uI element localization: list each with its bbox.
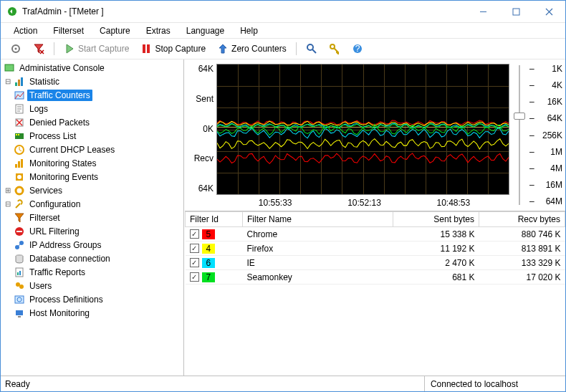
col-recv[interactable]: Recv bytes [479,212,565,227]
menu-action[interactable]: Action [6,24,44,37]
tree-item-icon [14,307,25,319]
scale-tick: –4M [529,163,562,173]
scale-tick: –64K [529,113,562,123]
col-filter-id[interactable]: Filter Id [186,212,243,227]
tree-item[interactable]: URL Filtering [2,224,182,238]
table-header-row[interactable]: Filter Id Filter Name Sent bytes Recv by… [186,212,565,227]
tree-item[interactable]: Traffic Reports [2,265,182,279]
expand-icon[interactable]: ⊞ [4,186,12,195]
settings-button[interactable] [5,40,27,57]
resize-grip-icon[interactable] [554,376,565,391]
nav-tree[interactable]: Administative Console ⊟ Statistic Traffi… [1,59,184,376]
svg-rect-11 [5,64,14,71]
table-row[interactable]: ✓ 5 Chrome 15 338 K 880 746 K [186,227,565,242]
svg-rect-41 [18,316,21,317]
toolbar: Start Capture Stop Capture Zero Counters… [1,38,565,59]
start-capture-button[interactable]: Start Capture [59,40,134,57]
help-button[interactable]: ? [347,40,368,57]
tree-item[interactable]: Database connection [2,252,182,265]
tree-item[interactable]: Monitoring States [2,156,182,170]
tree-item[interactable]: Process Definitions [2,292,182,306]
close-button[interactable] [532,1,565,22]
chart-label-mid: 0K [203,124,214,134]
tree-statistic[interactable]: ⊟ Statistic [2,75,182,88]
filterset-delete-button[interactable] [28,40,49,57]
tree-item[interactable]: Monitoring Events [2,170,182,183]
scale-tick: –1K [529,64,562,74]
status-left: Ready [1,379,424,389]
statusbar: Ready Connected to localhost [1,376,565,391]
tree-item[interactable]: Current DHCP Leases [2,143,182,156]
svg-rect-1 [480,11,486,12]
row-checkbox[interactable]: ✓ [190,229,199,239]
zero-counters-button[interactable]: Zero Counters [212,40,292,57]
menu-capture[interactable]: Capture [92,24,138,37]
window-controls [466,1,565,22]
tree-item[interactable]: Logs [2,102,182,115]
chart-label-top: 64K [198,64,214,74]
maximize-button[interactable] [499,1,532,22]
tree-item[interactable]: Denied Packets [2,115,182,129]
svg-rect-13 [18,80,20,86]
tree-item[interactable]: Process List [2,129,182,143]
chart-plot: 10:55:33 10:52:13 10:48:53 [216,59,512,211]
svg-rect-23 [18,161,20,168]
row-checkbox[interactable]: ✓ [190,244,199,253]
collapse-icon[interactable]: ⊟ [4,77,12,86]
svg-rect-29 [16,231,22,232]
menu-help[interactable]: Help [233,24,265,37]
menu-extras[interactable]: Extras [139,24,178,37]
chart-time-axis: 10:55:33 10:52:13 10:48:53 [216,195,512,211]
tree-item[interactable]: Traffic Counters [2,88,182,102]
chart-canvas[interactable] [216,64,509,195]
tree-item-icon [14,239,25,251]
minimize-button[interactable] [466,1,499,22]
svg-rect-14 [21,77,23,86]
menu-filterset[interactable]: Filterset [46,24,91,37]
tree-item[interactable]: Users [2,279,182,292]
tree-item-label: Process List [27,130,78,142]
tree-item-label: Users [27,280,54,292]
chart-label-bot: 64K [198,183,214,193]
window-title: TrafAdmin - [TMeter ] [22,6,466,16]
svg-rect-6 [147,44,150,53]
stop-capture-button[interactable]: Stop Capture [135,40,211,57]
find-button[interactable] [301,40,322,57]
table-row[interactable]: ✓ 4 Firefox 11 192 K 813 891 K [186,242,565,256]
scale-slider[interactable] [512,59,527,211]
filters-table[interactable]: Filter Id Filter Name Sent bytes Recv by… [185,211,565,285]
filter-color-swatch: 5 [202,229,216,239]
svg-rect-5 [143,44,145,53]
row-checkbox[interactable]: ✓ [190,272,199,282]
svg-rect-24 [21,159,23,168]
row-checkbox[interactable]: ✓ [190,258,199,267]
collapse-icon[interactable]: ⊟ [4,200,12,209]
tree-configuration[interactable]: ⊟ Configuration [2,197,182,211]
svg-point-37 [19,285,24,289]
svg-point-7 [307,44,313,50]
col-sent[interactable]: Sent bytes [393,212,479,227]
tree-root[interactable]: Administative Console [2,61,182,75]
tree-item-label: Logs [27,103,50,115]
tree-item[interactable]: Filterset [2,211,182,224]
tree-item-label: Current DHCP Leases [27,144,117,156]
tree-item[interactable]: IP Address Groups [2,238,182,252]
start-capture-label: Start Capture [78,44,129,54]
tree-item[interactable]: Host Monitoring [2,306,182,320]
table-row[interactable]: ✓ 7 Seamonkey 681 K 17 020 K [186,270,565,285]
key-button[interactable] [324,40,345,57]
gear-icon [10,43,21,54]
scale-tick: –64M [529,196,562,206]
table-row[interactable]: ✓ 6 IE 2 470 K 133 329 K [186,256,565,270]
tree-services[interactable]: ⊞ Services [2,183,182,197]
col-filter-name[interactable]: Filter Name [243,212,393,227]
menubar: Action Filterset Capture Extras Language… [1,22,565,38]
tree-item-icon [14,280,25,292]
tree-item-label: Traffic Counters [27,90,92,101]
scale-tick: –4K [529,80,562,90]
chart-y-labels: 64K Sent 0K Recv 64K [185,59,216,211]
pause-icon [140,43,152,54]
scale-tick: –256K [529,130,562,140]
menu-language[interactable]: Language [179,24,231,37]
scale-thumb[interactable] [514,113,525,120]
